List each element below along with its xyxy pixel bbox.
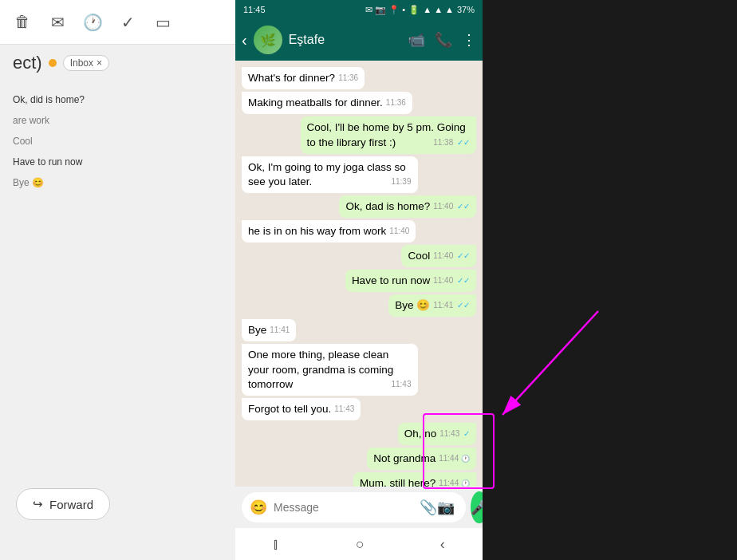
message-7: Cool 11:40 ✓✓ (401, 245, 476, 267)
preview-item: Bye 😊 (13, 172, 227, 193)
tick-icon: ✓✓ (457, 202, 470, 211)
bubble: Cool, I'll be home by 5 pm. Going to the… (301, 116, 477, 154)
phone-call-icon[interactable]: 📞 (435, 31, 452, 49)
tick-icon: ✓✓ (457, 138, 470, 147)
msg-text: Ok, dad is home? (345, 200, 430, 212)
bubble: One more thing, please clean your room, … (242, 344, 418, 396)
bubble: Ok, dad is home? 11:40 ✓✓ (339, 195, 476, 218)
message-input-wrap[interactable]: 😊 📎 📷 (242, 492, 466, 523)
msg-text: he is in on his way from work (248, 225, 386, 237)
video-call-icon[interactable]: 📹 (408, 31, 425, 49)
msg-time: 11:44 🕐 (439, 478, 470, 487)
bubble: Ok, I'm going to my joga class so see yo… (242, 156, 418, 194)
bottom-nav: ⫿ ○ ‹ (235, 528, 483, 560)
pending-icon: 🕐 (461, 455, 470, 463)
svg-line-1 (503, 311, 598, 415)
bubble: Making meatballs for dinner. 11:36 (242, 92, 412, 114)
status-left: 11:45 (243, 5, 266, 14)
forward-icon: ↪ (33, 497, 43, 511)
contact-avatar: 🌿 (254, 26, 282, 54)
bubble: Have to run now 11:40 ✓✓ (345, 270, 476, 292)
msg-time: 11:40 ✓✓ (433, 250, 470, 262)
bubble: Cool 11:40 ✓✓ (401, 245, 476, 267)
msg-text: Mum, still here? (360, 477, 436, 487)
status-time: 11:45 (243, 5, 266, 14)
tick-icon: ✓✓ (457, 251, 470, 260)
msg-time: 11:41 (270, 325, 290, 336)
bubble: Oh, no 11:43 ✓ (398, 423, 476, 445)
bg-subject: ect) (13, 53, 42, 73)
message-input[interactable] (267, 501, 420, 514)
msg-text: Oh, no (404, 428, 437, 440)
tick-icon: ✓✓ (457, 301, 470, 310)
msg-text: Forgot to tell you. (248, 403, 331, 415)
check-icon: ✓ (118, 13, 137, 32)
message-13: Oh, no 11:43 ✓ (398, 423, 476, 445)
bubble: he is in on his way from work 11:40 (242, 220, 416, 243)
msg-time: 11:38 ✓✓ (433, 137, 470, 148)
inbox-row: ect) Inbox × (13, 53, 227, 73)
message-14: Not grandma 11:44 🕐 (367, 448, 476, 470)
message-4: Ok, I'm going to my joga class so see yo… (242, 156, 418, 194)
nav-back-icon[interactable]: ‹ (440, 536, 445, 553)
msg-time: 11:40 (389, 226, 409, 237)
msg-time: 11:43 (391, 379, 411, 390)
message-11: One more thing, please clean your room, … (242, 344, 418, 396)
delete-icon: 🗑 (13, 13, 32, 32)
camera-button[interactable]: 📷 (437, 499, 455, 516)
status-icons: ✉ 📷 📍 • (365, 5, 405, 15)
msg-time: 11:36 (386, 97, 406, 108)
back-button[interactable]: ‹ (242, 31, 247, 49)
msg-text: Ok, I'm going to my joga class so see yo… (248, 161, 406, 188)
preview-items: Ok, did is home? are work Cool Have to r… (13, 89, 227, 193)
phone-frame: 11:45 ✉ 📷 📍 • 🔋 ▲ ▲ ▲ 37% ‹ 🌿 Eştafe 📹 📞… (235, 0, 483, 560)
bubble: Mum, still here? 11:44 🕐 (353, 472, 476, 487)
annotation-arrow (495, 303, 654, 463)
preview-item: Cool (13, 131, 227, 152)
inbox-label: Inbox × (63, 55, 109, 71)
forward-button[interactable]: ↪ Forward (16, 488, 110, 520)
msg-text: Bye (248, 324, 266, 336)
bubble: What's for dinner? 11:36 (242, 67, 365, 89)
status-battery: 🔋 (408, 5, 420, 15)
status-bar: 11:45 ✉ 📷 📍 • 🔋 ▲ ▲ ▲ 37% (235, 0, 483, 19)
preview-item: are work (13, 110, 227, 131)
msg-time: 11:40 ✓✓ (433, 201, 470, 212)
message-6: he is in on his way from work 11:40 (242, 220, 416, 243)
msg-text: Not grandma (373, 452, 436, 464)
msg-text: Cool (408, 250, 430, 262)
message-2: Making meatballs for dinner. 11:36 (242, 92, 412, 114)
preview-item: Have to run now (13, 152, 227, 172)
bubble: Bye 11:41 (242, 319, 296, 341)
tick-icon: ✓✓ (457, 276, 470, 285)
mic-icon: 🎤 (471, 499, 483, 516)
menu-icon[interactable]: ⋮ (462, 31, 476, 49)
header-icons: 📹 📞 ⋮ (408, 31, 476, 49)
bubble: Bye 😊 11:41 ✓✓ (388, 294, 476, 317)
preview-item: Ok, did is home? (13, 89, 227, 110)
bg-toolbar: 🗑 ✉ 🕐 ✓ ▭ (0, 0, 239, 45)
message-10: Bye 11:41 (242, 319, 296, 341)
background-app: 🗑 ✉ 🕐 ✓ ▭ ect) Inbox × Ok, did is home? … (0, 0, 239, 560)
msg-time: 11:43 (334, 404, 354, 415)
message-9: Bye 😊 11:41 ✓✓ (388, 294, 476, 317)
status-signal: ▲ ▲ ▲ (423, 5, 454, 14)
msg-time: 11:44 🕐 (439, 453, 470, 464)
bubble: Forgot to tell you. 11:43 (242, 398, 361, 420)
attach-button[interactable]: 📎 (420, 499, 437, 516)
msg-time: 11:41 ✓✓ (433, 300, 470, 311)
msg-time: 11:36 (338, 73, 358, 84)
nav-home-icon[interactable]: ○ (356, 536, 365, 553)
bubble: Not grandma 11:44 🕐 (367, 448, 476, 470)
message-12: Forgot to tell you. 11:43 (242, 398, 361, 420)
message-15: Mum, still here? 11:44 🕐 (353, 472, 476, 487)
message-3: Cool, I'll be home by 5 pm. Going to the… (301, 116, 477, 154)
contact-name: Eştafe (289, 33, 401, 47)
mic-button[interactable]: 🎤 (471, 491, 483, 523)
nav-menu-icon[interactable]: ⫿ (273, 536, 280, 553)
msg-text: One more thing, please clean your room, … (248, 349, 393, 391)
msg-text: Bye 😊 (395, 299, 430, 311)
msg-time: 11:39 (391, 176, 411, 187)
message-1: What's for dinner? 11:36 (242, 67, 365, 89)
emoji-button[interactable]: 😊 (250, 499, 267, 516)
